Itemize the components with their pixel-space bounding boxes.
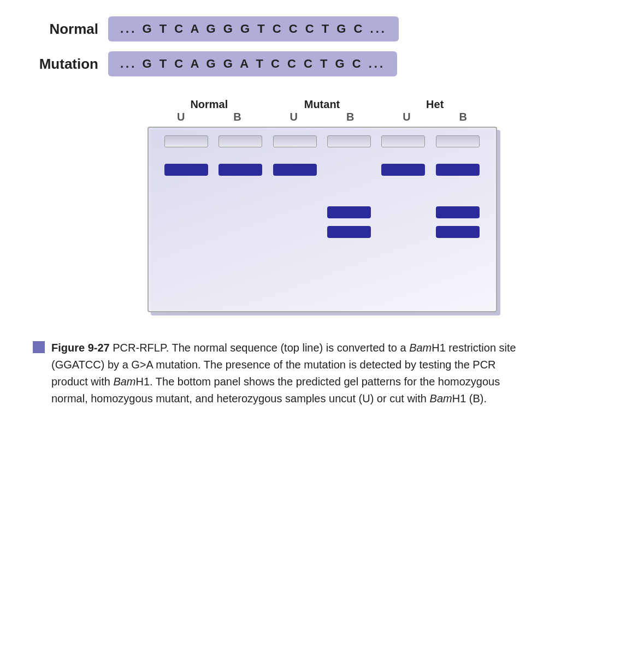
band-1-4: [327, 164, 371, 176]
ub-normal-u: U: [159, 111, 203, 123]
ub-group-normal: U B: [153, 111, 266, 123]
well-3: [273, 135, 317, 147]
seq-box-mutation: ... G T C A G G A T C C C T G C ...: [108, 51, 397, 76]
caption-italic2: Bam: [113, 376, 135, 388]
well-4: [327, 135, 371, 147]
band-3-4: [327, 226, 371, 238]
gel-section: Normal Mutant Het U B U B U B: [137, 98, 508, 312]
band-1-1: [164, 164, 208, 176]
caption-figure-id: Figure 9-27: [51, 342, 110, 354]
caption-icon: [33, 341, 45, 353]
band-1-2: [218, 164, 262, 176]
band-2-3: [273, 206, 317, 218]
well-2: [218, 135, 262, 147]
gel-box: [147, 127, 497, 312]
band-2-5: [381, 206, 425, 218]
gel-ub-labels: U B U B U B: [147, 111, 497, 123]
band-3-5: [381, 226, 425, 238]
wells-row: [154, 135, 491, 147]
band-row-1: [154, 164, 491, 176]
ub-het-u: U: [385, 111, 429, 123]
seq-box-normal: ... G T C A G G G T C C C T G C ...: [108, 16, 399, 41]
band-1-3: [273, 164, 317, 176]
band-row-3: [154, 226, 491, 238]
band-row-2: [154, 206, 491, 218]
well-5: [381, 135, 425, 147]
caption-text4: H1 (B).: [452, 392, 487, 404]
caption-italic3: Bam: [430, 392, 452, 404]
caption-italic1: Bam: [409, 342, 432, 354]
band-3-6: [436, 226, 480, 238]
band-1-5: [381, 164, 425, 176]
band-1-6: [436, 164, 480, 176]
gel-group-het: Het: [379, 98, 492, 111]
band-3-1: [164, 226, 208, 238]
sequence-mutation: Mutation ... G T C A G G A T C C C T G C…: [33, 51, 611, 76]
seq-label-normal: Normal: [33, 21, 98, 38]
band-2-1: [164, 206, 208, 218]
band-2-4: [327, 206, 371, 218]
caption-text1: PCR-RFLP. The normal sequence (top line)…: [110, 342, 409, 354]
ub-group-het: U B: [379, 111, 492, 123]
ub-het-b: B: [441, 111, 485, 123]
ub-group-mutant: U B: [265, 111, 379, 123]
caption-text: Figure 9-27 PCR-RFLP. The normal sequenc…: [51, 340, 524, 407]
gel-group-labels: Normal Mutant Het: [147, 98, 497, 111]
band-3-2: [218, 226, 262, 238]
ub-mutant-b: B: [328, 111, 372, 123]
well-6: [436, 135, 480, 147]
seq-label-mutation: Mutation: [33, 56, 98, 73]
ub-normal-b: B: [215, 111, 259, 123]
caption: Figure 9-27 PCR-RFLP. The normal sequenc…: [33, 340, 524, 407]
gel-group-normal: Normal: [153, 98, 266, 111]
gel-group-mutant: Mutant: [265, 98, 379, 111]
band-2-6: [436, 206, 480, 218]
band-3-3: [273, 226, 317, 238]
well-1: [164, 135, 208, 147]
sequence-normal: Normal ... G T C A G G G T C C C T G C .…: [33, 16, 611, 41]
band-2-2: [218, 206, 262, 218]
ub-mutant-u: U: [272, 111, 316, 123]
